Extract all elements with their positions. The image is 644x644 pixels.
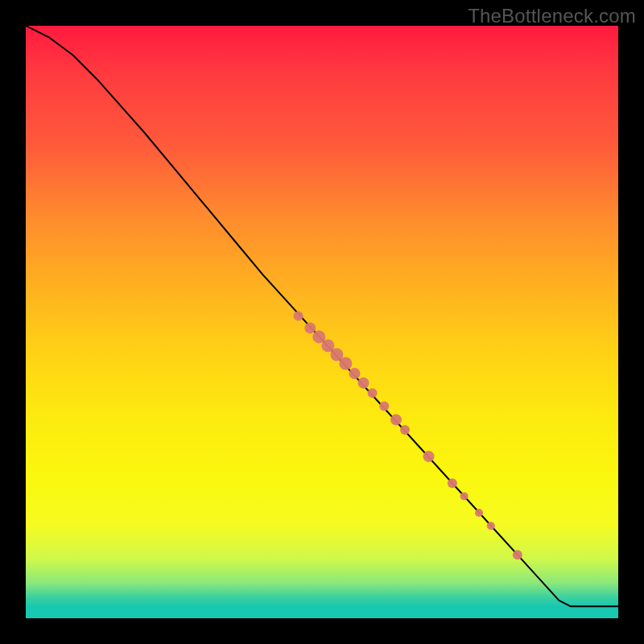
data-point: [358, 378, 369, 389]
data-point: [460, 492, 469, 500]
data-point: [513, 550, 522, 559]
data-point: [487, 522, 495, 530]
data-point: [400, 425, 410, 435]
data-point: [475, 509, 483, 517]
data-point: [423, 451, 435, 462]
data-point: [294, 312, 303, 321]
data-point: [368, 388, 378, 398]
curve-svg: [26, 26, 618, 618]
data-point: [448, 478, 457, 488]
chart-container: TheBottleneck.com: [0, 0, 644, 644]
plot-area: [26, 26, 618, 618]
data-point: [379, 402, 389, 411]
data-point: [349, 368, 361, 379]
data-point: [390, 414, 402, 425]
data-point: [339, 357, 352, 370]
data-point: [304, 322, 316, 333]
watermark-label: TheBottleneck.com: [468, 5, 636, 27]
bottleneck-curve: [26, 26, 618, 606]
